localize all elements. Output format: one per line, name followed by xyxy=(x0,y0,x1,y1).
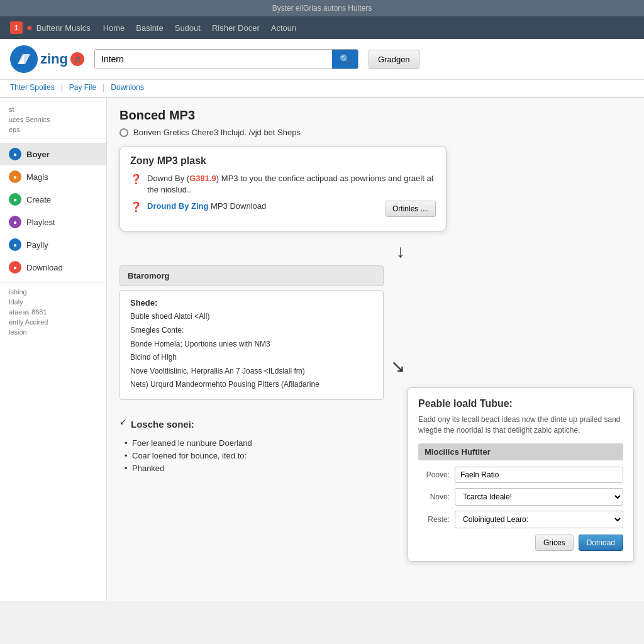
nav-bar: 1 ● Buftenr Musics Home Basinte Sudout R… xyxy=(0,16,644,39)
nav-links: Home Basinte Sudout Risher Docer Actoun xyxy=(103,23,297,33)
site-header: zing 🎵 🔍 Gradgen xyxy=(0,39,644,80)
sidebar-item-magis[interactable]: ● Magis xyxy=(0,165,106,188)
form-row-poove: Poove: xyxy=(418,467,623,483)
popup1-highlight: G381.9 xyxy=(189,174,216,183)
popup1-row1: ❓ Downd By (G381.9) MP3 to you the confi… xyxy=(130,173,436,196)
step-2: Smegles Conte: xyxy=(130,324,373,338)
nav-logo: 1 ● Buftenr Musics xyxy=(10,21,91,34)
nav-link-home[interactable]: Home xyxy=(103,23,125,33)
right-popup-desc: Eadd ony its lecall beact ideas now the … xyxy=(418,414,623,436)
sub-header: Thter Spolies | Pay File | Downlons xyxy=(0,80,644,98)
sub-link-downlons[interactable]: Downlons xyxy=(111,83,144,92)
sidebar-bottom-4: lesion xyxy=(0,327,106,337)
main-layout: st uces Sennics eps ● Boyer ● Magis ● Cr… xyxy=(0,98,644,601)
steps-list: Buble shoed Alatci <All) Smegles Conte: … xyxy=(130,310,373,392)
nav-link-actoun[interactable]: Actoun xyxy=(271,23,296,33)
nav-logo-icon: 1 xyxy=(10,21,23,34)
nav-logo-circle-icon: ● xyxy=(26,22,33,33)
sidebar-item-boyer[interactable]: ● Boyer xyxy=(0,143,106,165)
popup1-row1-text: Downd By (G381.9) MP3 to you the confice… xyxy=(147,173,436,196)
svg-text:🎵: 🎵 xyxy=(74,56,82,64)
step-5: Nove Vooltlislinic, Herprallis An 7 Joas… xyxy=(130,365,373,379)
sidebar-bottom-1: ldaly xyxy=(0,297,106,307)
form-label-nove: Nove: xyxy=(418,492,450,501)
nav-link-sudout[interactable]: Sudout xyxy=(175,23,201,33)
question-icon-1: ❓ xyxy=(130,174,142,185)
question-icon-2: ❓ xyxy=(130,201,142,213)
form-label-poove: Poove: xyxy=(418,470,450,479)
zing-text: zing xyxy=(40,51,68,67)
popup1-btn[interactable]: Ortinles .... xyxy=(386,201,436,217)
nav-link-basinte[interactable]: Basinte xyxy=(136,23,163,33)
form-label-reste: Reste: xyxy=(418,515,450,524)
form-select-nove[interactable]: Tcarcta Ideale! xyxy=(455,488,623,506)
losche-icon: ↙ xyxy=(119,416,127,426)
sidebar-icon-download: ● xyxy=(9,261,21,274)
popup1-row2: ❓ Dround By Zing MP3 Download Ortinles .… xyxy=(130,201,436,217)
steps-title: Shede: xyxy=(130,298,373,308)
radio-circle-icon xyxy=(119,128,128,137)
gradient-button[interactable]: Gradgen xyxy=(369,50,419,69)
form-actions: Grices Dotnoad xyxy=(418,535,623,551)
content-area: Bonced MP3 Bonven Gretics Chere3 Ihclujd… xyxy=(107,98,644,601)
sidebar-bottom-2: ataeas 8681 xyxy=(0,307,106,317)
sidebar-item-paylly[interactable]: ● Paylly xyxy=(0,233,106,256)
sidebar-item-download[interactable]: ● Download xyxy=(0,256,106,279)
sidebar-icon-magis: ● xyxy=(9,170,21,183)
download-button[interactable]: Dotnoad xyxy=(579,535,623,551)
search-bar: 🔍 xyxy=(94,49,358,69)
steps-container: Shede: Buble shoed Alatci <All) Smegles … xyxy=(119,290,384,400)
popup1-blue-text: Dround By Zing xyxy=(147,201,209,211)
sub-link-pay[interactable]: Pay File xyxy=(69,83,96,92)
sidebar-top-label: st xyxy=(0,104,106,114)
popup1-row2-text: Dround By Zing MP3 Download xyxy=(147,201,380,212)
form-row-reste: Reste: Coloiniguted Learo: xyxy=(418,511,623,528)
popup1-row2-rest: MP3 Download xyxy=(209,201,267,211)
info-box: Btaromorg xyxy=(119,265,384,286)
sidebar-bottom-3: ently Accired xyxy=(0,317,106,327)
arrow-down-icon: ↓ xyxy=(170,242,631,262)
sidebar-item-create[interactable]: ● Create xyxy=(0,188,106,211)
sidebar-label-magis: Magis xyxy=(26,172,48,182)
sidebar-bottom-label: ishing xyxy=(0,287,106,297)
sub-link-thter[interactable]: Thter Spolies xyxy=(10,83,55,92)
step-4: Bicind of Hlgh xyxy=(130,351,373,365)
form-row-nove: Nove: Tcarcta Ideale! xyxy=(418,488,623,506)
search-input[interactable] xyxy=(95,50,332,69)
arrow-right-icon: ↘ xyxy=(391,356,405,377)
page-title: Bonced MP3 xyxy=(119,108,631,123)
browser-bar-text: Byster eliGrias autons Hulters xyxy=(272,4,372,13)
form-select-reste[interactable]: Coloiniguted Learo: xyxy=(455,511,623,528)
step-1: Buble shoed Alatci <All) xyxy=(130,310,373,324)
right-popup-title: Peable loald Tubue: xyxy=(418,398,623,409)
site-logo: zing 🎵 xyxy=(10,45,84,73)
browser-bar: Byster eliGrias autons Hulters xyxy=(0,0,644,16)
zing-red-icon: 🎵 xyxy=(70,52,84,66)
sidebar-label-paylly: Paylly xyxy=(26,240,48,250)
sidebar-icon-create: ● xyxy=(9,193,21,206)
sidebar-item-playlest[interactable]: ● Playlest xyxy=(0,211,106,233)
sidebar-icon-paylly: ● xyxy=(9,238,21,251)
sidebar-icon-boyer: ● xyxy=(9,148,21,160)
sidebar-label-create: Create xyxy=(26,195,51,204)
nav-brand[interactable]: Buftenr Musics xyxy=(36,23,91,33)
right-popup: Peable loald Tubue: Eadd ony its lecall … xyxy=(408,387,634,562)
sidebar-section2: eps xyxy=(0,125,106,135)
sidebar-section1: uces Sennics xyxy=(0,114,106,125)
step-3: Bonde Homela; Uportions unies with NM3 xyxy=(130,338,373,352)
sidebar-label-playlest: Playlest xyxy=(26,218,55,227)
sidebar-label-download: Download xyxy=(26,263,63,272)
popup1-title: Zony MP3 plask xyxy=(130,155,436,167)
sidebar-label-boyer: Boyer xyxy=(26,150,50,159)
popup-box-1: Zony MP3 plask ❓ Downd By (G381.9) MP3 t… xyxy=(119,146,447,231)
radio-label: Bonven Gretics Chere3 Ihclujd. /vjd bet … xyxy=(133,128,301,137)
cancel-button[interactable]: Grices xyxy=(535,535,574,551)
zing-logo-circle xyxy=(10,45,38,73)
search-button[interactable]: 🔍 xyxy=(332,50,358,69)
nav-link-risher[interactable]: Risher Docer xyxy=(212,23,260,33)
sidebar: st uces Sennics eps ● Boyer ● Magis ● Cr… xyxy=(0,98,107,601)
form-input-poove[interactable] xyxy=(455,467,623,483)
form-section-title: Miocilics Huftiter xyxy=(418,443,623,460)
step-6: Nets) Urqurd Mandeormehto Pousing Pltter… xyxy=(130,378,373,392)
losche-heading: Losche sonei: xyxy=(131,419,194,430)
